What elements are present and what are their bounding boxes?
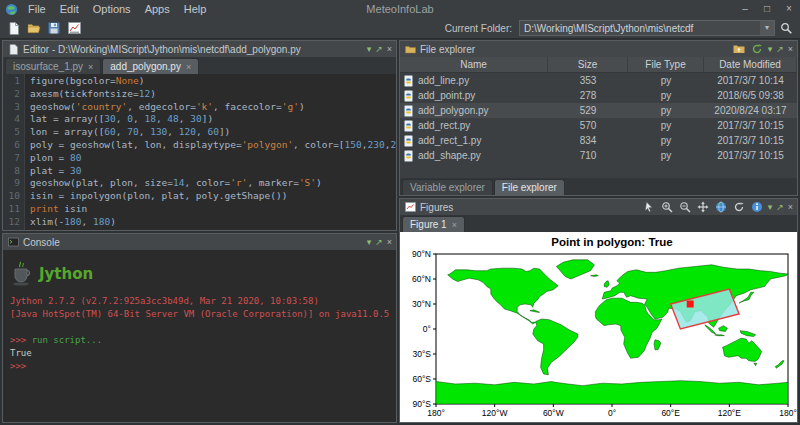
float-panel-icon[interactable]: ↗ bbox=[776, 199, 784, 215]
menu-item-help[interactable]: Help bbox=[177, 0, 214, 18]
code-line[interactable]: lat = array([30, 0, 18, 48, 30]) bbox=[30, 113, 396, 126]
figures-panel-header: Figures ▾↗× bbox=[400, 199, 797, 215]
figures-panel-title: Figures bbox=[420, 202, 453, 213]
rotate-icon[interactable] bbox=[732, 200, 746, 214]
full-extent-globe-icon[interactable] bbox=[714, 200, 728, 214]
new-file-icon[interactable] bbox=[5, 19, 23, 37]
dropdown-arrow-icon[interactable]: ▾ bbox=[760, 21, 774, 35]
close-panel-icon[interactable]: × bbox=[387, 234, 392, 250]
column-header-file-type[interactable]: File Type bbox=[628, 57, 704, 73]
menu-item-file[interactable]: File bbox=[21, 0, 53, 18]
column-header-date-modified[interactable]: Date Modified bbox=[704, 57, 797, 73]
select-arrow-icon[interactable] bbox=[642, 200, 656, 214]
float-panel-icon[interactable]: ↗ bbox=[375, 41, 383, 57]
file-row-add_point.py[interactable]: add_point.py278py2018/6/5 09:38 bbox=[400, 88, 797, 103]
code-line[interactable]: isin = inpolygon(plon, plat, poly.getSha… bbox=[30, 190, 396, 203]
tab-close-icon[interactable]: × bbox=[452, 220, 457, 230]
editor-tabs: isosurface_1.py×add_polygon.py× bbox=[3, 57, 396, 74]
tab-file-explorer[interactable]: File explorer bbox=[494, 179, 565, 195]
zoom-out-icon[interactable] bbox=[678, 200, 692, 214]
console-line: Jython 2.7.2 (v2.7.2:925a3cc3b49d, Mar 2… bbox=[10, 295, 389, 308]
line-number: 2 bbox=[3, 88, 20, 101]
code-line[interactable]: figure(bgcolor=None) bbox=[30, 75, 396, 88]
collapse-panel-icon[interactable]: ▾ bbox=[768, 199, 773, 215]
code-line[interactable]: geoshow(plat, plon, size=14, color='r', … bbox=[30, 177, 396, 190]
collapse-panel-icon[interactable]: ▾ bbox=[367, 234, 372, 250]
menu-item-edit[interactable]: Edit bbox=[53, 0, 86, 18]
y-tick-label: 0° bbox=[423, 324, 431, 334]
maximize-button[interactable]: □ bbox=[756, 0, 778, 18]
line-number: 8 bbox=[3, 165, 20, 178]
file-row-add_rect_1.py[interactable]: add_rect_1.py834py2017/3/7 10:15 bbox=[400, 133, 797, 148]
py-file-icon bbox=[403, 120, 414, 132]
close-button[interactable]: × bbox=[778, 0, 800, 18]
menu-item-options[interactable]: Options bbox=[86, 0, 138, 18]
console-line bbox=[10, 321, 389, 334]
float-panel-icon[interactable]: ↗ bbox=[776, 41, 784, 57]
identify-info-icon[interactable] bbox=[750, 200, 764, 214]
code-line[interactable]: lon = array([60, 70, 130, 120, 60]) bbox=[30, 126, 396, 139]
menu-items: FileEditOptionsAppsHelp bbox=[21, 0, 213, 18]
file-rows: add_line.py353py2017/3/7 10:14add_point.… bbox=[400, 73, 797, 163]
y-tick-label: 90°S bbox=[412, 399, 431, 409]
editor-panel-controls: ▾↗× bbox=[367, 41, 392, 57]
zoom-in-icon[interactable] bbox=[660, 200, 674, 214]
code-line[interactable]: print isin bbox=[30, 203, 396, 216]
console-lines[interactable]: Jython 2.7.2 (v2.7.2:925a3cc3b49d, Mar 2… bbox=[10, 295, 389, 373]
figure-tab-figure-1[interactable]: Figure 1× bbox=[402, 216, 465, 232]
current-folder-combo[interactable]: D:\Working\MIScript\Jython\mis\netcdf ▾ bbox=[519, 20, 775, 36]
line-number: 1 bbox=[3, 75, 20, 88]
y-tick-label: 30°N bbox=[412, 299, 431, 309]
file-row-add_polygon.py[interactable]: add_polygon.py529py2020/8/24 03:17 bbox=[400, 103, 797, 118]
console-line: >>> bbox=[10, 360, 389, 373]
close-panel-icon[interactable]: × bbox=[788, 199, 793, 215]
window-controls: – □ × bbox=[734, 0, 800, 18]
editor-code[interactable]: figure(bgcolor=None)axesm(tickfontsize=1… bbox=[25, 74, 396, 230]
column-header-size[interactable]: Size bbox=[548, 57, 628, 73]
close-panel-icon[interactable]: × bbox=[788, 41, 793, 57]
browse-folder-icon[interactable] bbox=[777, 19, 795, 37]
minimize-button[interactable]: – bbox=[734, 0, 756, 18]
file-table: NameSizeFile TypeDate Modified add_line.… bbox=[400, 57, 797, 178]
py-file-icon bbox=[403, 90, 414, 102]
code-line[interactable]: plon = 80 bbox=[30, 152, 396, 165]
console-line: True bbox=[10, 347, 389, 360]
file-row-add_rect.py[interactable]: add_rect.py570py2017/3/7 10:15 bbox=[400, 118, 797, 133]
figure-canvas[interactable]: Point in polygon: True180°120°W60°W0°60°… bbox=[400, 232, 797, 422]
menu-item-apps[interactable]: Apps bbox=[138, 0, 177, 18]
code-line[interactable]: axesm(tickfontsize=12) bbox=[30, 88, 396, 101]
tab-close-icon[interactable]: × bbox=[88, 62, 93, 72]
column-header-name[interactable]: Name bbox=[400, 57, 548, 73]
console-body[interactable]: Jython Jython 2.7.2 (v2.7.2:925a3cc3b49d… bbox=[3, 250, 396, 422]
y-tick-label: 60°N bbox=[412, 274, 431, 284]
open-file-icon[interactable] bbox=[25, 19, 43, 37]
py-file-icon bbox=[403, 105, 414, 117]
menu-bar: FileEditOptionsAppsHelp MeteoInfoLab – □… bbox=[0, 0, 800, 18]
refresh-icon[interactable] bbox=[750, 42, 764, 56]
map-figure[interactable]: Point in polygon: True180°120°W60°W0°60°… bbox=[400, 232, 797, 422]
editor-tab-add-polygon-py[interactable]: add_polygon.py× bbox=[102, 58, 199, 74]
save-file-icon[interactable] bbox=[45, 19, 63, 37]
close-panel-icon[interactable]: × bbox=[387, 41, 392, 57]
new-figure-icon[interactable] bbox=[65, 19, 83, 37]
pan-icon[interactable] bbox=[696, 200, 710, 214]
code-line[interactable]: geoshow('country', edgecolor='k', faceco… bbox=[30, 101, 396, 114]
console-panel-header: Console ▾↗× bbox=[3, 234, 396, 250]
tab-variable-explorer[interactable]: Variable explorer bbox=[402, 179, 493, 195]
tab-close-icon[interactable]: × bbox=[186, 62, 191, 72]
float-panel-icon[interactable]: ↗ bbox=[375, 234, 383, 250]
editor-tab-isosurface-1-py[interactable]: isosurface_1.py× bbox=[5, 58, 101, 74]
x-tick-label: 60°E bbox=[661, 408, 680, 418]
x-tick-label: 180° bbox=[427, 408, 445, 418]
code-line[interactable]: poly = geoshow(lat, lon, displaytype='po… bbox=[30, 139, 396, 152]
file-explorer-controls: ▾↗× bbox=[732, 41, 793, 57]
file-row-add_line.py[interactable]: add_line.py353py2017/3/7 10:14 bbox=[400, 73, 797, 88]
up-folder-icon[interactable] bbox=[732, 42, 746, 56]
figure-tabs: Figure 1× bbox=[400, 215, 797, 232]
code-line[interactable]: xlim(-180, 180) bbox=[30, 216, 396, 229]
code-line[interactable]: plat = 30 bbox=[30, 165, 396, 178]
file-row-add_shape.py[interactable]: add_shape.py710py2017/3/7 10:15 bbox=[400, 148, 797, 163]
code-editor[interactable]: 123456789101112 figure(bgcolor=None)axes… bbox=[3, 74, 396, 230]
collapse-panel-icon[interactable]: ▾ bbox=[367, 41, 372, 57]
collapse-panel-icon[interactable]: ▾ bbox=[768, 41, 773, 57]
